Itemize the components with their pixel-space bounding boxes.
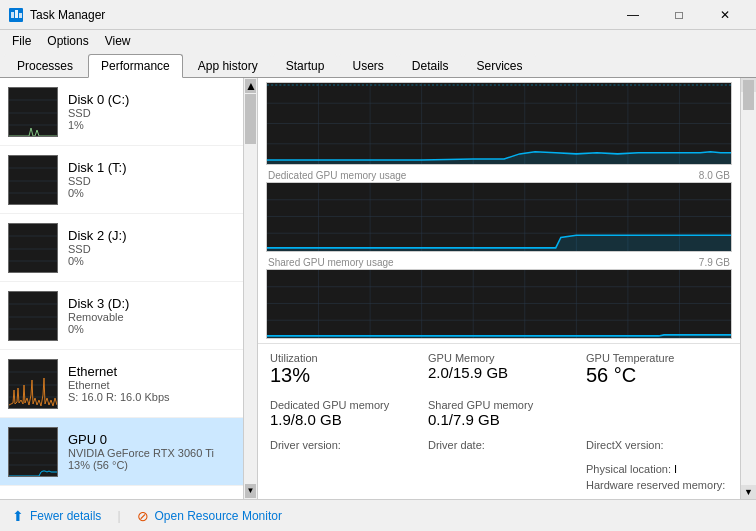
stat-extra-empty2 (428, 463, 570, 475)
dedicated-memory-wrapper: Dedicated GPU memory usage 8.0 GB (266, 169, 732, 252)
scroll-thumb[interactable] (245, 94, 256, 144)
right-scroll-down[interactable]: ▼ (741, 485, 756, 499)
physical-location-label: Physical location: (586, 463, 674, 475)
gpu-memory-label: GPU Memory (428, 352, 570, 364)
disk3-info: Disk 3 (D:) Removable 0% (68, 296, 249, 335)
stat-empty (586, 399, 728, 432)
sidebar-item-gpu0[interactable]: GPU 0 NVIDIA GeForce RTX 3060 Ti 13% (56… (0, 418, 257, 486)
physical-location-value: I (674, 463, 677, 475)
open-resource-monitor-label: Open Resource Monitor (155, 509, 282, 523)
gpu0-sub: NVIDIA GeForce RTX 3060 Ti (68, 447, 249, 459)
stat-physical-location: Physical location: I (586, 463, 728, 475)
disk3-sub: Removable (68, 311, 249, 323)
tab-performance[interactable]: Performance (88, 54, 183, 78)
scroll-track[interactable] (245, 94, 256, 485)
title-bar: Task Manager — □ ✕ (0, 0, 756, 30)
resource-monitor-icon: ⊘ (137, 508, 149, 524)
stat-driver-version: Driver version: (270, 439, 412, 455)
bottom-bar: ⬆ Fewer details | ⊘ Open Resource Monito… (0, 499, 756, 531)
sidebar-item-disk0[interactable]: Disk 0 (C:) SSD 1% (0, 78, 257, 146)
stat-shared-memory: Shared GPU memory 0.1/7.9 GB (428, 399, 570, 432)
separator: | (117, 509, 120, 523)
disk0-name: Disk 0 (C:) (68, 92, 249, 107)
disk2-pct: 0% (68, 255, 249, 267)
dedicated-label-row: Dedicated GPU memory usage 8.0 GB (266, 169, 732, 182)
extra-stats: Physical location: I Hardware reserved m… (258, 463, 740, 499)
fewer-details-button[interactable]: ⬆ Fewer details (12, 508, 101, 524)
window-title: Task Manager (30, 8, 610, 22)
disk1-sub: SSD (68, 175, 249, 187)
scroll-up-arrow[interactable]: ▲ (245, 79, 256, 93)
sidebar-item-ethernet[interactable]: Ethernet Ethernet S: 16.0 R: 16.0 Kbps (0, 350, 257, 418)
svg-rect-4 (9, 88, 58, 137)
disk0-chart (8, 87, 58, 137)
menu-view[interactable]: View (97, 32, 139, 50)
gpu-utilization-wrapper (266, 82, 732, 165)
stat-extra-empty3 (270, 479, 412, 491)
gpu0-info: GPU 0 NVIDIA GeForce RTX 3060 Ti 13% (56… (68, 432, 249, 471)
stat-hw-reserved: Hardware reserved memory: (586, 479, 728, 491)
gpu0-chart (8, 427, 58, 477)
minimize-button[interactable]: — (610, 0, 656, 30)
app-icon (8, 7, 24, 23)
hw-reserved-label: Hardware reserved memory: (586, 479, 725, 491)
main-area: Disk 0 (C:) SSD 1% Disk 1 (T:) SSD 0% (0, 78, 756, 499)
svg-rect-24 (9, 428, 58, 477)
menu-file[interactable]: File (4, 32, 39, 50)
gpu-utilization-chart (266, 82, 732, 165)
right-panel: Dedicated GPU memory usage 8.0 GB (258, 78, 756, 499)
dedicated-memory-value: 1.9/8.0 GB (270, 411, 412, 428)
disk3-pct: 0% (68, 323, 249, 335)
shared-memory-wrapper: Shared GPU memory usage 7.9 GB (266, 256, 732, 339)
utilization-label: Utilization (270, 352, 412, 364)
ethernet-name: Ethernet (68, 364, 249, 379)
disk0-pct: 1% (68, 119, 249, 131)
sidebar-item-disk1[interactable]: Disk 1 (T:) SSD 0% (0, 146, 257, 214)
dedicated-memory-chart (266, 182, 732, 252)
stat-driver-date: Driver date: (428, 439, 570, 455)
sidebar-item-disk2[interactable]: Disk 2 (J:) SSD 0% (0, 214, 257, 282)
shared-label: Shared GPU memory usage (268, 257, 394, 268)
menu-options[interactable]: Options (39, 32, 96, 50)
stat-extra-empty4 (428, 479, 570, 491)
close-button[interactable]: ✕ (702, 0, 748, 30)
disk1-pct: 0% (68, 187, 249, 199)
dedicated-memory-label: Dedicated GPU memory (270, 399, 412, 411)
disk2-chart (8, 223, 58, 273)
disk3-name: Disk 3 (D:) (68, 296, 249, 311)
ethernet-chart (8, 359, 58, 409)
open-resource-monitor-button[interactable]: ⊘ Open Resource Monitor (137, 508, 282, 524)
charts-area: Dedicated GPU memory usage 8.0 GB (258, 78, 740, 343)
stat-utilization: Utilization 13% (270, 352, 412, 391)
tab-services[interactable]: Services (464, 54, 536, 77)
stat-gpu-temp: GPU Temperature 56 °C (586, 352, 728, 391)
maximize-button[interactable]: □ (656, 0, 702, 30)
sidebar-item-disk3[interactable]: Disk 3 (D:) Removable 0% (0, 282, 257, 350)
svg-rect-3 (19, 13, 22, 18)
tab-app-history[interactable]: App history (185, 54, 271, 77)
svg-rect-55 (267, 270, 731, 338)
shared-memory-value: 0.1/7.9 GB (428, 411, 570, 428)
dedicated-label: Dedicated GPU memory usage (268, 170, 406, 181)
gpu-temp-value: 56 °C (586, 364, 728, 387)
ethernet-sub: Ethernet (68, 379, 249, 391)
left-scrollbar[interactable]: ▲ ▼ (243, 78, 257, 499)
right-scroll-thumb[interactable] (743, 80, 754, 110)
tab-processes[interactable]: Processes (4, 54, 86, 77)
disk2-name: Disk 2 (J:) (68, 228, 249, 243)
fewer-details-icon: ⬆ (12, 508, 24, 524)
stat-dedicated-memory: Dedicated GPU memory 1.9/8.0 GB (270, 399, 412, 432)
right-panel-scrollbar[interactable]: ▲ ▼ (740, 78, 756, 499)
disk2-sub: SSD (68, 243, 249, 255)
disk3-chart (8, 291, 58, 341)
shared-memory-chart (266, 269, 732, 339)
shared-memory-label: Shared GPU memory (428, 399, 570, 411)
tab-details[interactable]: Details (399, 54, 462, 77)
scroll-down-arrow[interactable]: ▼ (245, 484, 256, 498)
disk0-info: Disk 0 (C:) SSD 1% (68, 92, 249, 131)
svg-rect-1 (11, 12, 14, 18)
tab-users[interactable]: Users (339, 54, 396, 77)
tab-startup[interactable]: Startup (273, 54, 338, 77)
stats-area: Utilization 13% GPU Memory 2.0/15.9 GB G… (258, 343, 740, 463)
directx-label: DirectX version: (586, 439, 728, 451)
